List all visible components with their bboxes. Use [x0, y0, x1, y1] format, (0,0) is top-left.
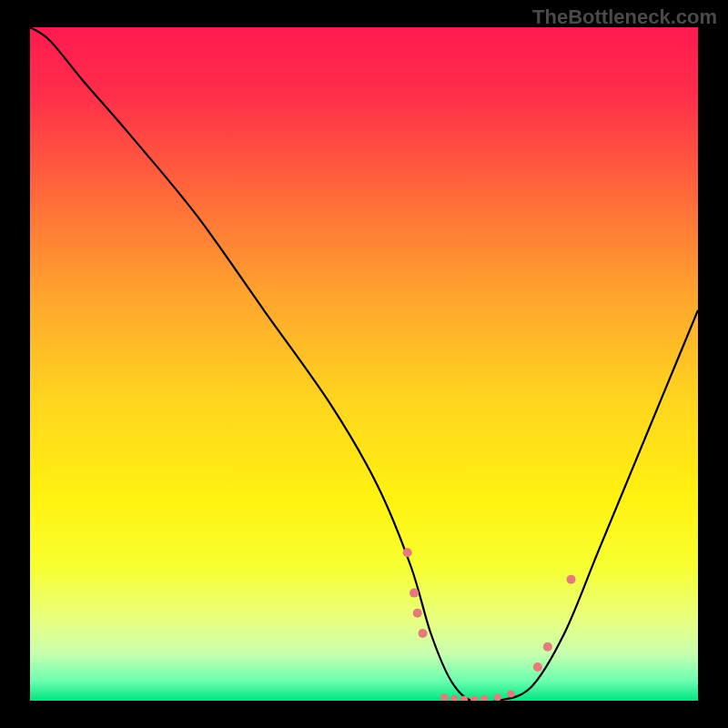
highlight-point [533, 662, 542, 672]
highlight-point [543, 642, 552, 652]
watermark-text: TheBottleneck.com [532, 5, 717, 29]
gradient-background [30, 27, 698, 701]
highlight-point [413, 609, 422, 618]
highlight-point [440, 693, 448, 701]
chart-svg [30, 27, 698, 701]
highlight-point [567, 575, 576, 584]
highlight-point [410, 589, 419, 598]
highlight-point [494, 693, 501, 701]
highlight-point [403, 548, 412, 557]
highlight-point [507, 691, 514, 698]
highlight-point [419, 629, 428, 638]
chart-frame: TheBottleneck.com [0, 0, 728, 728]
